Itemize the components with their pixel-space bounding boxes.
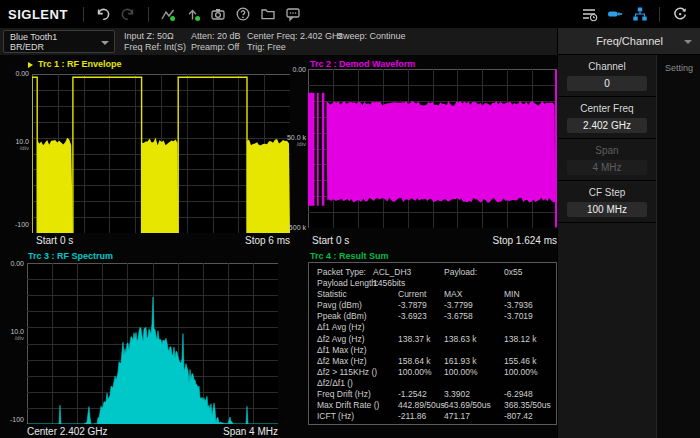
column-header: Current [398,289,426,300]
payload-label: Payload: [444,267,477,278]
demod-waveform-chart [308,69,557,228]
stat-label: Δf2 > 115KHz () [317,367,377,378]
stat-label: ICFT (Hz) [317,411,354,422]
trc3-span-label: Span 4 MHz [178,426,278,437]
sidebar-button-value[interactable]: 0 [567,76,647,91]
analyzer-screen: SIGLENT [0,0,700,438]
toolbar: SIGLENT [0,0,700,28]
column-header: MIN [504,289,520,300]
table-cell: -3.7879 [398,300,427,311]
trc1-start-label: Start 0 s [36,235,73,246]
status-field-sweep: Sweep: Continue [337,31,406,42]
stat-label: Δf1 Max (Hz) [317,345,367,356]
sidebar-menu-column: Channel0Center Freq2.402 GHzSpan4 MHzCF … [558,55,656,438]
table-cell: 138.12 k [504,334,537,345]
trc2-bottom-label: -500 k [264,224,306,231]
stat-label: Δf2 Avg (Hz) [317,334,365,345]
trc2-start-label: Start 0 s [312,235,349,246]
status-field-input: Input Z: 50ΩFreq Ref: Int(S) [124,31,186,53]
sidebar-button-label: Channel [558,55,656,72]
table-row: ICFT (Hz)-211.86471.17-807.42 [309,411,556,422]
message-icon[interactable] [281,2,306,26]
table-cell: -3.7799 [444,300,473,311]
status-bar: Blue Tooth1 BR/EDR Input Z: 50ΩFreq Ref:… [0,28,557,55]
siglent-logo: SIGLENT [8,7,68,22]
sidebar-button-value[interactable]: 2.402 GHz [567,118,647,133]
trc4-title: Trc 4 : Result Sum [310,251,389,261]
tab-setting[interactable]: Setting [656,55,700,438]
camera-icon[interactable] [206,2,231,26]
rf-spectrum-chart [27,263,278,424]
marker-peak-icon[interactable] [156,2,181,26]
table-cell: 158.64 k [398,356,431,367]
undo-icon[interactable] [91,2,116,26]
table-cell: 161.93 k [444,356,477,367]
table-cell: 100.00% [444,367,478,378]
table-cell: -3.6923 [398,311,427,322]
sidebar-button-channel[interactable]: Channel0 [558,55,656,97]
trc2-stop-label: Stop 1.624 ms [457,235,557,246]
table-cell: 100.00% [398,367,432,378]
result-sum-table: Packet Type:ACL_DH3Payload:0x55Payload L… [308,262,557,425]
toolbar-divider [148,7,149,22]
sidebar-menu-title: Freq/Channel [596,35,663,47]
measure-mode-line2: BR/EDR [10,42,100,52]
stat-label: Pavg (dBm) [317,300,362,311]
usb-icon[interactable] [602,2,627,26]
trc3-center-label: Center 2.402 GHz [27,426,108,437]
table-cell: 368.35/50us [504,400,551,411]
table-cell: 138.63 k [444,334,477,345]
table-cell: -6.2948 [504,389,533,400]
status-field-atten: Atten: 20 dBPreamp: Off [191,31,241,53]
help-icon[interactable] [231,2,256,26]
trc1-stop-label: Stop 6 ms [190,235,290,246]
peak-search-icon[interactable] [181,2,206,26]
table-cell: -3.7019 [504,311,533,322]
measure-mode-dropdown[interactable]: Blue Tooth1 BR/EDR [3,30,115,53]
table-row: Freq Drift (Hz)-1.25423.3902-6.2948 [309,389,556,400]
chevron-down-icon [684,40,692,44]
trc2-ref-label: 0.00 [264,66,306,73]
trc2-title: Trc 2 : Demod Waveform [310,59,415,69]
trc1-scale-label: 10.0/div [0,138,29,152]
trc1-ref-label: 0.00 [0,70,29,77]
table-row: StatisticCurrentMAXMIN [309,289,556,300]
table-row: Δf2 Avg (Hz)138.37 k138.63 k138.12 k [309,334,556,345]
sidebar-button-label: Center Freq [558,97,656,114]
lan-icon[interactable] [627,2,652,26]
stat-label: Max Drift Rate () [317,400,379,411]
table-cell: 100.00% [504,367,538,378]
sidebar-menu-dropdown[interactable]: Freq/Channel [558,28,700,55]
rf-envelope-chart [32,74,290,233]
stat-label: Ppeak (dBm) [317,311,367,322]
sidebar-button-span: Span4 MHz [558,139,656,181]
sidebar-button-center-freq[interactable]: Center Freq2.402 GHz [558,97,656,139]
payload-value: 0x55 [504,267,522,278]
column-header: Statistic [317,289,347,300]
table-row: Δf2/Δf1 () [309,378,556,389]
table-row: Pavg (dBm)-3.7879-3.7799-3.7936 [309,300,556,311]
column-header: MAX [444,289,462,300]
table-row: Packet Type:ACL_DH3Payload:0x55 [309,267,556,278]
table-row: Max Drift Rate ()442.89/50us643.69/50us3… [309,400,556,411]
table-cell: -3.6758 [444,311,473,322]
chevron-down-icon [101,41,109,45]
table-row: Δf2 Max (Hz)158.64 k161.93 k155.46 k [309,356,556,367]
table-cell: 643.69/50us [444,400,491,411]
redo-icon[interactable] [116,2,141,26]
recall-icon[interactable] [667,2,692,26]
trc3-title: Trc 3 : RF Spectrum [28,251,113,261]
table-row: Δf2 > 115KHz ()100.00%100.00%100.00% [309,367,556,378]
table-row: Payload Length:1456bits [309,278,556,289]
toolbar-divider [83,7,84,22]
system-status-icon[interactable] [577,2,602,26]
sidebar-button-cf-step[interactable]: CF Step100 MHz [558,181,656,223]
folder-icon[interactable] [256,2,281,26]
payload-length-value: 1456bits [373,278,405,289]
sidebar-button-value[interactable]: 100 MHz [567,202,647,217]
toolbar-divider [659,7,660,22]
table-cell: 155.46 k [504,356,537,367]
table-row: Ppeak (dBm)-3.6923-3.6758-3.7019 [309,311,556,322]
trc1-title: Trc 1 : RF Envelope [38,59,122,69]
trc3-bottom-label: -100 [0,416,24,423]
